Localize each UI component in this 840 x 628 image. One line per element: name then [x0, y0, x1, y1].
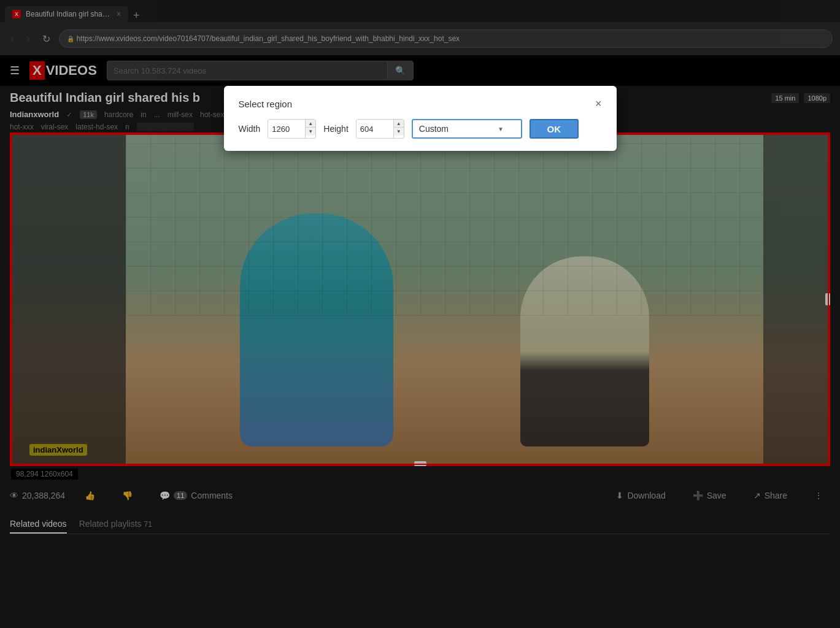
width-spinners: ▲ ▼: [305, 120, 315, 138]
width-spin-down[interactable]: ▼: [306, 128, 315, 136]
width-spin-up[interactable]: ▲: [306, 120, 315, 128]
height-spin-up[interactable]: ▲: [394, 120, 404, 128]
width-input-group: ▲ ▼: [268, 119, 316, 139]
modal-close-button[interactable]: ×: [595, 98, 602, 109]
dropdown-value: Custom: [419, 124, 449, 134]
modal-overlay: Select region × Width ▲ ▼ Height ▲ ▼: [0, 0, 840, 628]
height-spinners: ▲ ▼: [393, 120, 404, 138]
height-input[interactable]: [356, 120, 393, 138]
select-region-modal: Select region × Width ▲ ▼ Height ▲ ▼: [224, 86, 617, 151]
width-label: Width: [239, 124, 261, 134]
modal-title: Select region: [239, 99, 293, 109]
width-input[interactable]: [268, 120, 305, 138]
height-label: Height: [323, 124, 348, 134]
height-input-group: ▲ ▼: [356, 119, 404, 139]
resolution-dropdown[interactable]: Custom ▼: [412, 119, 522, 139]
height-spin-down[interactable]: ▼: [394, 128, 404, 136]
modal-header: Select region ×: [239, 98, 602, 109]
chevron-down-icon: ▼: [498, 126, 504, 132]
modal-body: Width ▲ ▼ Height ▲ ▼ Custom ▼ OK: [239, 119, 602, 139]
ok-button[interactable]: OK: [530, 119, 579, 139]
